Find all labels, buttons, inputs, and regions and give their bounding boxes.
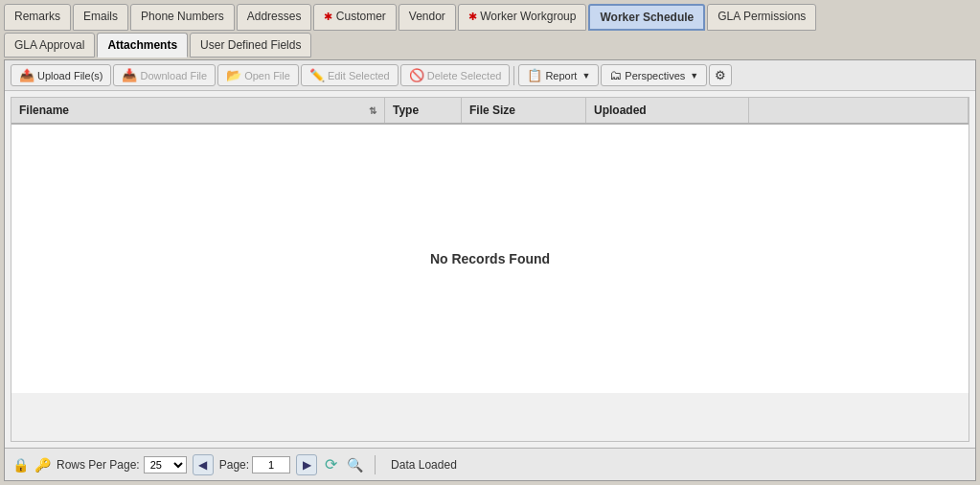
data-loaded-status: Data Loaded bbox=[385, 456, 463, 473]
rows-per-page-select[interactable]: 102550100 bbox=[144, 456, 187, 473]
toolbar: 📤 Upload File(s) 📥 Download File 📂 Open … bbox=[5, 60, 975, 91]
tab-user-defined-fields[interactable]: User Defined Fields bbox=[190, 33, 311, 58]
column-header-filename: Filename ⇅ bbox=[11, 98, 385, 123]
open-icon: 📂 bbox=[226, 68, 241, 82]
page-input-group: Page: bbox=[219, 456, 290, 473]
search-button[interactable]: 🔍 bbox=[345, 455, 365, 474]
report-icon: 📋 bbox=[527, 68, 542, 82]
required-star: ✱ bbox=[324, 11, 332, 22]
refresh-button[interactable]: ⟳ bbox=[323, 453, 339, 475]
rows-per-page-control: Rows Per Page: 102550100 bbox=[57, 456, 187, 473]
edit-selected-button[interactable]: ✏️ Edit Selected bbox=[301, 64, 399, 86]
upload-files-button[interactable]: 📤 Upload File(s) bbox=[11, 64, 111, 86]
footer: 🔒 🔑 Rows Per Page: 102550100 ◀ Page: ▶ ⟳… bbox=[5, 448, 975, 480]
report-dropdown-arrow: ▼ bbox=[581, 71, 590, 81]
tab-gla-approval[interactable]: GLA Approval bbox=[4, 33, 95, 58]
report-button[interactable]: 📋 Report ▼ bbox=[518, 64, 599, 86]
column-header-extra bbox=[749, 98, 969, 123]
page-label: Page: bbox=[219, 458, 249, 472]
table-body: No Records Found bbox=[11, 125, 969, 393]
perspectives-dropdown-arrow: ▼ bbox=[690, 71, 698, 81]
sort-icon-filename[interactable]: ⇅ bbox=[369, 105, 376, 116]
edit-icon: ✏️ bbox=[309, 68, 325, 82]
delete-icon: 🚫 bbox=[409, 68, 424, 82]
no-records-message: No Records Found bbox=[430, 251, 550, 266]
key-icon: 🔑 bbox=[34, 457, 51, 473]
download-file-button[interactable]: 📥 Download File bbox=[113, 64, 216, 86]
column-header-filesize: File Size bbox=[462, 98, 586, 123]
tab-customer[interactable]: ✱ Customer bbox=[313, 4, 396, 31]
required-star: ✱ bbox=[468, 11, 477, 22]
separator bbox=[513, 66, 514, 85]
upload-icon: 📤 bbox=[19, 68, 34, 82]
next-page-button[interactable]: ▶ bbox=[296, 454, 317, 475]
prev-page-button[interactable]: ◀ bbox=[193, 454, 214, 475]
column-header-uploaded: Uploaded bbox=[586, 98, 749, 123]
tab-addresses[interactable]: Addresses bbox=[237, 4, 312, 31]
column-header-type: Type bbox=[385, 98, 462, 123]
lock-icon: 🔒 bbox=[12, 457, 29, 473]
tab-phone-numbers[interactable]: Phone Numbers bbox=[130, 4, 235, 31]
perspectives-icon: 🗂 bbox=[609, 68, 622, 82]
page-number-input[interactable] bbox=[252, 456, 290, 473]
tab-gla-permissions[interactable]: GLA Permissions bbox=[707, 4, 816, 31]
footer-separator bbox=[375, 455, 376, 474]
rows-per-page-label: Rows Per Page: bbox=[57, 458, 140, 472]
tab-emails[interactable]: Emails bbox=[73, 4, 128, 31]
tab-remarks[interactable]: Remarks bbox=[4, 4, 71, 31]
tab-worker-workgroup[interactable]: ✱ Worker Workgroup bbox=[458, 4, 587, 31]
tab-vendor[interactable]: Vendor bbox=[399, 4, 456, 31]
tab-attachments[interactable]: Attachments bbox=[97, 33, 188, 58]
table-header: Filename ⇅ Type File Size Uploaded bbox=[11, 98, 969, 125]
open-file-button[interactable]: 📂 Open File bbox=[217, 64, 299, 86]
download-icon: 📥 bbox=[122, 68, 137, 82]
perspectives-button[interactable]: 🗂 Perspectives ▼ bbox=[601, 64, 707, 86]
delete-selected-button[interactable]: 🚫 Delete Selected bbox=[400, 64, 511, 86]
tab-worker-schedule[interactable]: Worker Schedule bbox=[588, 4, 705, 31]
settings-button[interactable]: ⚙ bbox=[709, 64, 732, 86]
settings-icon: ⚙ bbox=[715, 68, 726, 82]
